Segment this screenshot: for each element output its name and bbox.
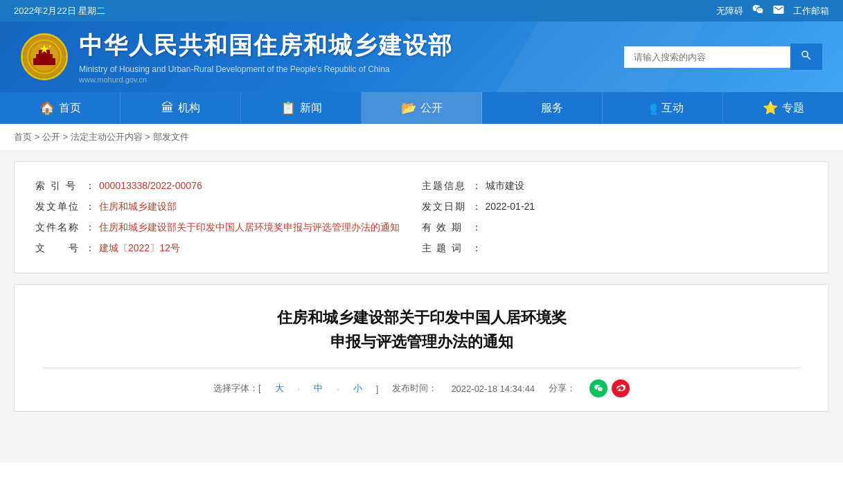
site-title: 中华人民共和国住房和城乡建设部 (79, 30, 453, 62)
font-size-large[interactable]: 大 (275, 382, 284, 395)
meta-row-suoyinhao: 索 引 号 ： 000013338/2022-00076 (35, 176, 422, 197)
header-title-block: 中华人民共和国住房和城乡建设部 Ministry of Housing and … (79, 30, 453, 84)
article-divider (42, 368, 801, 368)
nav-label-news: 新闻 (300, 101, 322, 116)
font-label: 选择字体：[ (213, 382, 261, 395)
nav-item-open[interactable]: 📂 公开 (362, 92, 482, 124)
nav-label-interact: 互动 (662, 101, 684, 116)
breadcrumb-sep2: > (62, 132, 70, 142)
breadcrumb: 首页 > 公开 > 法定主动公开内容 > 部发文件 (0, 124, 843, 151)
nav-item-home[interactable]: 🏠 首页 (0, 92, 121, 124)
mail-icon[interactable] (772, 3, 785, 18)
meta-label-wenhao: 文 号 (35, 242, 85, 255)
breadcrumb-open[interactable]: 公开 (42, 132, 60, 142)
meta-value-filename: 住房和城乡建设部关于印发中国人居环境奖申报与评选管理办法的通知 (99, 222, 400, 234)
special-icon: ⭐ (763, 100, 778, 116)
publish-time-label: 发布时间： (392, 382, 437, 395)
article-meta: 选择字体：[ 大 · 中 · 小 ] 发布时间： 2022-02-18 14:3… (42, 379, 801, 397)
top-bar-right: 无障碍 工作邮箱 (716, 3, 829, 18)
meta-value-wenhao: 建城〔2022〕12号 (99, 242, 180, 255)
breadcrumb-home[interactable]: 首页 (14, 132, 32, 142)
nav-item-org[interactable]: 🏛 机构 (121, 92, 241, 124)
meta-row-validity: 有 效 期 ： (422, 217, 808, 238)
top-bar: 2022年2月22日 星期二 无障碍 工作邮箱 (0, 0, 843, 21)
meta-grid: 索 引 号 ： 000013338/2022-00076 发文单位 ： 住房和城… (35, 176, 808, 259)
home-icon: 🏠 (39, 100, 55, 116)
meta-row-keyword: 主 题 词 ： (422, 238, 808, 259)
font-size-small[interactable]: 小 (353, 382, 362, 395)
logo (21, 33, 68, 80)
nav-label-home: 首页 (59, 101, 81, 116)
share-label: 分享： (549, 382, 576, 395)
meta-label-fawenunit: 发文单位 (35, 201, 85, 213)
meta-row-theme: 主题信息 ： 城市建设 (422, 176, 808, 197)
site-subtitle: Ministry of Housing and Urban-Rural Deve… (79, 64, 453, 74)
article-title-line2: 申报与评选管理办法的通知 (330, 333, 513, 350)
nav-item-special[interactable]: ⭐ 专题 (723, 92, 843, 124)
article-title: 住房和城乡建设部关于印发中国人居环境奖 申报与评选管理办法的通知 (42, 305, 801, 354)
meta-label-suoyinhao: 索 引 号 (35, 180, 85, 192)
date-display: 2022年2月22日 星期二 (14, 5, 105, 17)
breadcrumb-sep3: > (145, 132, 152, 142)
article-title-line1: 住房和城乡建设部关于印发中国人居环境奖 (277, 309, 567, 326)
news-icon: 📋 (281, 100, 296, 116)
nav-item-news[interactable]: 📋 新闻 (241, 92, 362, 124)
share-wechat-button[interactable] (589, 379, 607, 397)
article-card: 住房和城乡建设部关于印发中国人居环境奖 申报与评选管理办法的通知 选择字体：[ … (14, 284, 829, 412)
nav-label-open: 公开 (420, 101, 443, 116)
meta-row-filename: 文件名称 ： 住房和城乡建设部关于印发中国人居环境奖申报与评选管理办法的通知 (35, 217, 422, 238)
accessibility-link[interactable]: 无障碍 (716, 5, 743, 17)
meta-label-keyword: 主 题 词 (422, 242, 472, 255)
wechat-icon[interactable] (752, 3, 764, 18)
service-icon: 👤 (522, 100, 537, 116)
breadcrumb-legal[interactable]: 法定主动公开内容 (71, 132, 143, 142)
meta-value-theme: 城市建设 (486, 180, 524, 192)
header: 中华人民共和国住房和城乡建设部 Ministry of Housing and … (0, 21, 843, 92)
breadcrumb-sep1: > (35, 132, 42, 142)
org-icon: 🏛 (161, 101, 174, 116)
meta-card: 索 引 号 ： 000013338/2022-00076 发文单位 ： 住房和城… (14, 161, 829, 273)
share-weibo-button[interactable] (612, 379, 630, 397)
header-left: 中华人民共和国住房和城乡建设部 Ministry of Housing and … (21, 30, 453, 84)
nav-label-special: 专题 (782, 101, 804, 116)
font-size-medium[interactable]: 中 (314, 382, 323, 395)
meta-row-fawenunit: 发文单位 ： 住房和城乡建设部 (35, 197, 422, 217)
interact-icon: 👥 (642, 100, 657, 116)
open-icon: 📂 (401, 100, 416, 116)
nav-item-service[interactable]: 👤 服务 (482, 92, 603, 124)
meta-label-validity: 有 效 期 (422, 222, 472, 234)
search-input[interactable] (624, 46, 790, 68)
breadcrumb-current: 部发文件 (153, 132, 189, 142)
nav-label-service: 服务 (541, 101, 563, 116)
main-content: 索 引 号 ： 000013338/2022-00076 发文单位 ： 住房和城… (0, 151, 843, 462)
email-link[interactable]: 工作邮箱 (793, 5, 829, 17)
nav-label-org: 机构 (178, 101, 200, 116)
main-nav: 🏠 首页 🏛 机构 📋 新闻 📂 公开 👤 服务 👥 互动 ⭐ 专题 (0, 92, 843, 124)
search-button[interactable] (790, 44, 822, 70)
site-website: www.mohurd.gov.cn (79, 75, 453, 84)
publish-time-value: 2022-02-18 14:34:44 (451, 384, 535, 394)
header-search (624, 44, 822, 70)
share-icons (589, 379, 630, 397)
meta-row-wenhao: 文 号 ： 建城〔2022〕12号 (35, 238, 422, 259)
meta-row-date: 发文日期 ： 2022-01-21 (422, 197, 808, 217)
meta-value-date: 2022-01-21 (486, 201, 535, 212)
meta-label-theme: 主题信息 (422, 180, 472, 192)
nav-item-interact[interactable]: 👥 互动 (603, 92, 723, 124)
meta-value-suoyinhao: 000013338/2022-00076 (99, 180, 202, 191)
meta-value-fawenunit: 住房和城乡建设部 (99, 201, 177, 213)
meta-label-filename: 文件名称 (35, 222, 85, 234)
meta-label-date: 发文日期 (422, 201, 472, 213)
